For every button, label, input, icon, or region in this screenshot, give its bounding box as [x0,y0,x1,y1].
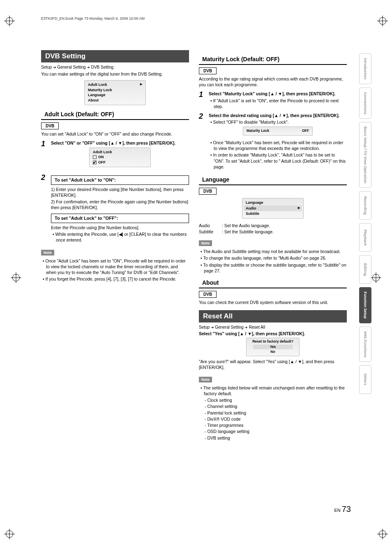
breadcrumb-item: Reset All [249,325,265,329]
tab-recording[interactable]: Recording [359,191,371,220]
body-text: "Are you sure?" will appear. Select "Yes… [199,359,347,370]
registration-mark [12,274,20,281]
checkbox-icon [93,155,97,159]
unchanged-list: Clock setting Channel setting Parental l… [199,397,347,441]
chevron-right-icon: ▶ [140,82,142,88]
right-column: Maturity Lock (Default: OFF) DVB Accordi… [199,50,363,441]
page-body: DVB Setting SetupGeneral SettingDVB Sett… [21,25,371,449]
menu-item: Maturity Lock [88,88,142,93]
term: Subtitle [199,229,219,235]
definition: : Set the Audio language. [222,223,270,229]
intro-text: You can make settings of the digital tun… [41,71,189,77]
registration-mark [372,274,380,281]
breadcrumb: SetupGeneral SettingDVB Setting [41,65,189,69]
tab-vhs-functions[interactable]: VHS Functions [359,327,371,362]
definition-list: Audio: Set the Audio language. Subtitle:… [199,223,347,236]
step-1: 1 Select "ON" or "OFF" using [▲ / ▼], th… [41,140,189,171]
tab-connections[interactable]: Connections [359,88,371,119]
menu-item: Language [88,92,142,98]
menu-item: About [88,98,142,103]
list-item: Clock setting [205,397,347,403]
breadcrumb-item: Setup [41,65,52,69]
option-off: OFF [93,160,147,165]
bullet: While entering the Pincode, use [◀] or [… [51,231,189,243]
step-1: 1 Select "Maturity Lock" using [▲ / ▼], … [199,91,347,110]
bullet: If "Adult Lock" is set to "ON", enter th… [209,98,347,109]
registration-mark [6,530,13,538]
chevron-right-icon: ▶ [298,206,300,211]
step-head: Select "Maturity Lock" using [▲ / ▼], th… [209,91,347,97]
option-yes: Yes [253,345,293,349]
substep: 2) For confirmation, enter the Pincode a… [51,199,189,210]
page-footer: EN 73 [334,504,351,514]
menu-item: Audio [246,206,256,211]
dvb-badge: DVB [199,291,217,298]
note-bullet: To display the subtitle or choose the su… [199,262,347,274]
breadcrumb-item: Setup [199,325,210,329]
option-on: ON [93,154,147,160]
registration-mark [6,17,13,25]
value: OFF [302,129,309,134]
page-lang: EN [334,508,340,513]
section-heading-reset: Reset All [199,310,347,322]
step-number: 2 [41,174,48,244]
bullet: Select "OFF" to disable "Maturity Lock". [209,119,347,125]
boxed-heading: To set "Adult Lock" to "OFF": [51,214,189,223]
note-label: Note [199,377,212,382]
subheading-adult-lock: Adult Lock (Default: OFF) [41,109,189,120]
menu-item: Subtitle [246,211,300,216]
breadcrumb-item: General Setting [215,325,244,329]
intro-text: You can check the current DVB system sof… [199,299,347,305]
term: Audio [199,223,219,229]
option-no: No [249,350,297,354]
intro-text: According to the age rating signal which… [199,76,347,88]
note-bullet: The Audio and Subtitle setting may not b… [199,249,347,254]
note-label: Note [41,250,54,256]
boxed-heading: To set "Adult Lock" to "ON": [51,175,189,185]
tab-basic-setup[interactable]: Basic Setup / TV View Operation [359,122,371,188]
subheading-about: About [199,278,347,288]
box-title: Reset to factory default? [249,339,297,344]
step-head: Select "Yes" using [▲ / ▼], then press [… [199,331,347,336]
tab-others[interactable]: Others [359,365,371,394]
maturity-lock-value-box: Maturity LockOFF [243,127,313,136]
dvb-badge: DVB [41,122,59,129]
substep: 1) Enter your desired Pincode using [the… [51,187,189,198]
label: Maturity Lock [247,129,269,134]
list-item: Timer programmes [205,422,347,428]
step-number: 2 [199,113,206,170]
checkbox-checked-icon [93,161,97,164]
breadcrumb-item: DVB Setting [91,65,113,69]
left-column: DVB Setting SetupGeneral SettingDVB Sett… [41,50,189,441]
section-heading-dvb: DVB Setting [41,50,189,62]
menu-item: Adult Lock [88,82,107,88]
reset-confirm-box: Reset to factory default? Yes No [246,338,300,356]
dvb-badge: DVB [199,188,217,195]
tab-editing[interactable]: Editing [359,255,371,284]
step-number: 1 [199,91,206,110]
registration-mark [379,530,386,538]
tab-introduction[interactable]: Introduction [359,53,371,84]
step-head: Select "ON" or "OFF" using [▲ / ▼], then… [51,140,189,146]
note-label: Note [199,240,212,246]
breadcrumb-item: General Setting [57,65,86,69]
tab-playback[interactable]: Playback [359,223,371,252]
dvb-menu-box: Adult Lock▶ Maturity Lock Language About [84,80,146,105]
list-item: Parental lock setting [205,410,347,416]
subheading-language: Language [199,175,347,185]
list-item: DivX® VOD code [205,416,347,422]
bullet: Once "Maturity Lock" has been set, Pinco… [209,140,347,151]
print-header: E3TK0FD_EN.book Page 73 Monday, March 9,… [41,16,371,21]
step-2: 2 Select the desired rating using [▲ / ▼… [199,113,347,170]
bullet: In order to activate "Maturity Lock", "A… [209,152,347,170]
subheading-maturity-lock: Maturity Lock (Default: OFF) [199,54,347,65]
step-2: 2 To set "Adult Lock" to "ON": 1) Enter … [41,174,189,244]
menu-title: Language [246,200,300,205]
tab-function-setup[interactable]: Function Setup [359,287,371,323]
note-bullet: Once "Adult Lock" has been set to "ON", … [41,258,189,276]
adult-lock-options-box: Adult Lock ON OFF [89,147,151,167]
side-tabs: Introduction Connections Basic Setup / T… [359,53,371,394]
intro-text: You can set "Adult Lock" to "ON" or "OFF… [41,131,189,137]
registration-mark [379,17,386,25]
note-bullet: If you forget the Pincode, press [4], [7… [41,276,189,282]
